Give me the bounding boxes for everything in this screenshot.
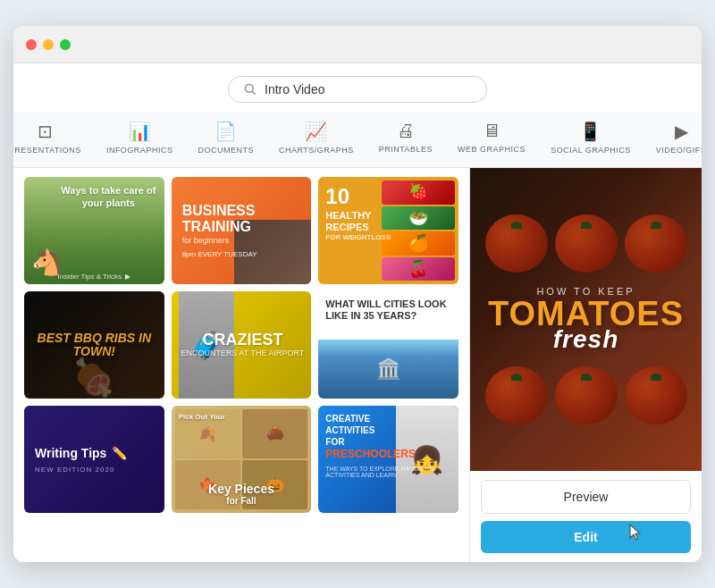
infographics-label: INFOGRAPHICS [106,146,173,155]
grid-area: 🐴 Ways to take care of your plants Insid… [13,168,469,562]
card-activities[interactable]: 👧 CREATIVEACTIVITIES FOR PRESCHOOLERS TH… [318,406,458,513]
recipe-img-fruit: 🍊 [382,231,455,256]
writing-title: Writing Tips ✏️ [35,446,127,460]
writing-subtitle: NEW EDITION 2020 [35,466,114,474]
writing-pencil-icon: ✏️ [112,446,127,460]
craziest-subtitle: Encounters at the Airport [181,349,304,358]
card-writing[interactable]: Writing Tips ✏️ NEW EDITION 2020 [24,406,164,513]
close-button[interactable] [26,39,37,50]
web-label: WEB GRAPHICS [458,145,526,154]
keypie-photo-2: 🌰 [242,409,307,458]
minimize-button[interactable] [43,39,54,50]
video-label: VIDEO/GIFS [656,146,702,155]
social-icon: 📱 [579,121,601,142]
main-content: 🐴 Ways to take care of your plants Insid… [13,168,702,562]
recipe-img-berry: 🍒 [382,257,455,281]
category-charts[interactable]: 📈 CHARTS/GRAPHS [266,117,366,158]
activities-title: CREATIVEACTIVITIES FOR PRESCHOOLERS [325,413,394,462]
plant-play-icon: ▶ [125,273,130,281]
printables-icon: 🖨 [397,121,415,141]
category-printables[interactable]: 🖨 PRINTABLES [366,117,445,158]
business-title: BUSINESS TRAINING [182,203,301,234]
category-social[interactable]: 📱 SOCIAL GRAPHICS [538,117,644,158]
recipes-subtitle: for weightloss [325,233,391,242]
app-window: ⊡ PRESENTATIONS 📊 INFOGRAPHICS 📄 DOCUMEN… [13,26,702,562]
documents-icon: 📄 [214,121,237,142]
creative-label: CREATIVEACTIVITIES FOR [325,414,374,447]
preview-panel: How to Keep TOMATOES fresh Preview Edit [469,168,702,562]
keypie-pick-label: Pick Out Your [179,413,225,421]
search-bar [228,76,487,103]
card-cities[interactable]: WHAT WILL CITIES LOOK LIKE IN 35 YEARS? … [318,291,458,399]
printables-label: PRINTABLES [379,145,433,154]
infographics-icon: 📊 [129,121,151,142]
preview-actions: Preview Edit [470,471,702,562]
maximize-button[interactable] [60,39,71,50]
preview-button[interactable]: Preview [481,480,691,514]
plant-subtitle: Insider Tips & Tricks ▶ [24,273,164,281]
search-input[interactable] [265,82,472,97]
writing-title-text: Writing Tips [35,446,106,460]
card-business[interactable]: BUSINESS TRAINING for beginners 8pm EVER… [172,177,312,284]
craziest-title-word: CRAZIEST [181,332,304,349]
charts-icon: 📈 [305,121,327,142]
recipe-img-strawberry: 🍓 [382,181,455,205]
edit-button[interactable]: Edit [481,521,691,553]
plant-title: Ways to take care of your plants [60,184,157,210]
preschoolers-label: PRESCHOOLERS [325,448,416,460]
svg-point-0 [245,84,253,92]
cities-photo: 🏛️ [318,340,458,399]
category-presentations[interactable]: ⊡ PRESENTATIONS [13,117,94,158]
keypie-title: Key Pieces for Fall [172,482,312,506]
activities-subtitle: THE WAYS TO EXPLORE HANDS-ON ACTIVITIES … [325,466,451,478]
cities-title: WHAT WILL CITIES LOOK LIKE IN 35 YEARS? [325,298,451,322]
card-recipes[interactable]: 10 HEALTHYRECIPES for weightloss 🍓 🥗 🍊 🍒 [318,177,458,284]
svg-line-1 [252,91,256,95]
keypie-title-text: Key Pieces [172,482,312,496]
card-keypie[interactable]: 🍂 🌰 🍁 🎃 Pick Out Your Key Pieces for Fal… [172,406,312,513]
category-infographics[interactable]: 📊 INFOGRAPHICS [94,117,186,158]
card-plant[interactable]: 🐴 Ways to take care of your plants Insid… [24,177,164,284]
plant-subtitle-text: Insider Tips & Tricks [58,273,122,281]
card-bbq[interactable]: 🍖 BEST BBQ RIBS IN TOWN! [24,291,164,399]
presentations-label: PRESENTATIONS [13,146,81,155]
template-grid: 🐴 Ways to take care of your plants Insid… [24,177,458,513]
social-label: SOCIAL GRAPHICS [551,146,631,155]
documents-label: DOCUMENTS [198,146,254,155]
category-documents[interactable]: 📄 DOCUMENTS [185,117,266,158]
recipes-images: 🍓 🥗 🍊 🍒 [382,177,458,284]
recipes-title: 10 HEALTHYRECIPES for weightloss [325,184,391,242]
category-nav: ⊡ PRESENTATIONS 📊 INFOGRAPHICS 📄 DOCUMEN… [13,112,702,168]
web-icon: 🖥 [483,121,500,141]
preview-text-overlay: How to Keep TOMATOES fresh [470,168,702,471]
category-web[interactable]: 🖥 WEB GRAPHICS [445,117,538,158]
craziest-title: CRAZIEST Encounters at the Airport [181,332,304,358]
traffic-lights [26,39,71,50]
recipe-img-salad: 🥗 [382,206,455,231]
bbq-title: BEST BBQ RIBS IN TOWN! [24,332,164,359]
presentations-icon: ⊡ [38,121,53,142]
charts-label: CHARTS/GRAPHS [279,146,354,155]
bbq-ribs-emoji: 🍖 [72,357,116,399]
title-bar [13,26,702,63]
search-icon [243,82,257,97]
video-icon: ▶ [675,121,688,142]
keypie-extra: for Fall [172,496,312,506]
preview-fresh-word: fresh [553,325,618,354]
card-craziest[interactable]: 🧳 CRAZIEST Encounters at the Airport [172,291,312,399]
search-row [13,63,702,112]
business-subtitle: for beginners [182,236,230,245]
category-video[interactable]: ▶ VIDEO/GIFS [644,117,702,158]
preview-image: How to Keep TOMATOES fresh [470,168,702,471]
business-days: 8pm EVERY TUESDAY [182,250,257,258]
